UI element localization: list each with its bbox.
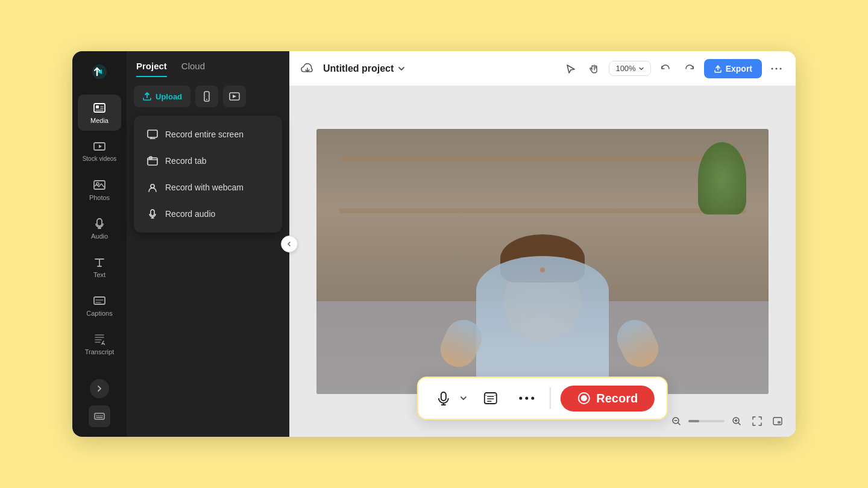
sidebar-photos-label: Photos <box>89 194 110 201</box>
record-button[interactable]: Record <box>560 386 655 411</box>
mic-chevron-icon[interactable] <box>459 394 468 402</box>
svg-point-13 <box>151 184 154 188</box>
sidebar-transcript-label: Transcript <box>85 348 115 355</box>
dropdown-item-record-screen[interactable]: Record entire screen <box>136 122 280 147</box>
zoom-out-button[interactable] <box>668 413 685 430</box>
screen-record-button[interactable] <box>223 86 246 107</box>
sidebar-media-label: Media <box>90 117 108 124</box>
tab-cloud[interactable]: Cloud <box>181 61 205 77</box>
zoom-in-button[interactable] <box>728 413 745 430</box>
editor-header: Untitled project <box>289 51 796 86</box>
sidebar-item-stock-videos[interactable]: Stock videos <box>78 133 121 169</box>
hand-tool-button[interactable] <box>585 59 604 78</box>
sidebar-item-text[interactable]: Text <box>78 249 121 285</box>
svg-rect-26 <box>778 421 781 424</box>
sidebar: Media Stock videos Photos Audio <box>72 51 127 437</box>
zoom-slider[interactable] <box>688 420 725 422</box>
media-panel: Project Cloud Upload <box>127 51 289 437</box>
svg-point-20 <box>531 397 534 400</box>
svg-rect-5 <box>94 297 105 304</box>
upload-button[interactable]: Upload <box>134 86 190 107</box>
mic-button[interactable] <box>430 385 457 411</box>
svg-rect-0 <box>94 104 105 112</box>
svg-point-8 <box>206 99 207 100</box>
project-title-area: Untitled project <box>323 63 553 74</box>
panel-collapse-button[interactable] <box>281 236 298 252</box>
svg-point-18 <box>519 397 522 400</box>
zoom-controls-bottom <box>668 413 786 430</box>
main-editor: Untitled project <box>289 51 796 437</box>
phone-import-button[interactable] <box>195 86 218 107</box>
sidebar-item-audio[interactable]: Audio <box>78 210 121 246</box>
record-dropdown-menu: Record entire screen Record tab Record w… <box>134 116 282 233</box>
dropdown-item-record-tab[interactable]: Record tab <box>136 148 280 174</box>
record-more-button[interactable] <box>514 385 540 411</box>
cursor-tool-button[interactable] <box>561 59 580 78</box>
video-preview-area: Record <box>289 86 796 437</box>
toolbar-divider <box>550 387 551 409</box>
dropdown-item-record-audio[interactable]: Record audio <box>136 201 280 227</box>
sidebar-item-transcript[interactable]: Transcript <box>78 326 121 362</box>
mic-area <box>430 385 468 411</box>
sidebar-item-captions[interactable]: Captions <box>78 287 121 324</box>
export-button[interactable]: Export <box>704 59 762 78</box>
record-toolbar: Record <box>417 377 668 420</box>
sidebar-item-photos[interactable]: Photos <box>78 172 121 208</box>
svg-point-14 <box>772 67 773 69</box>
sidebar-audio-label: Audio <box>91 233 108 240</box>
svg-rect-6 <box>95 413 104 419</box>
panel-tabs: Project Cloud <box>127 51 289 77</box>
svg-rect-10 <box>148 130 157 137</box>
svg-point-22 <box>580 395 587 401</box>
svg-rect-17 <box>485 393 497 404</box>
sidebar-item-media[interactable]: Media <box>78 95 121 131</box>
panel-toolbar: Upload <box>127 77 289 116</box>
title-chevron-icon[interactable] <box>397 64 406 73</box>
project-title: Untitled project <box>323 63 394 74</box>
sidebar-keyboard-icon[interactable] <box>89 405 110 427</box>
redo-button[interactable] <box>680 59 699 78</box>
svg-point-15 <box>776 67 778 69</box>
header-more-button[interactable] <box>767 59 786 78</box>
svg-rect-25 <box>773 418 782 425</box>
svg-point-16 <box>780 67 782 69</box>
dropdown-item-record-webcam[interactable]: Record with webcam <box>136 175 280 200</box>
zoom-control[interactable]: 100% <box>609 61 650 76</box>
script-button[interactable] <box>477 385 504 411</box>
app-container: Media Stock videos Photos Audio <box>72 51 796 437</box>
app-logo[interactable] <box>89 61 110 83</box>
sidebar-captions-label: Captions <box>86 310 112 317</box>
save-to-cloud-icon[interactable] <box>299 60 316 77</box>
svg-rect-11 <box>148 158 157 165</box>
undo-button[interactable] <box>656 59 675 78</box>
svg-point-19 <box>525 397 528 400</box>
fit-screen-button[interactable] <box>749 413 766 430</box>
sidebar-text-label: Text <box>93 271 105 278</box>
picture-in-picture-button[interactable] <box>769 413 786 430</box>
svg-rect-1 <box>96 105 99 108</box>
sidebar-expand-button[interactable] <box>90 379 109 398</box>
header-tools: 100% <box>561 59 786 78</box>
tab-project[interactable]: Project <box>136 61 167 77</box>
sidebar-stock-label: Stock videos <box>83 155 117 163</box>
